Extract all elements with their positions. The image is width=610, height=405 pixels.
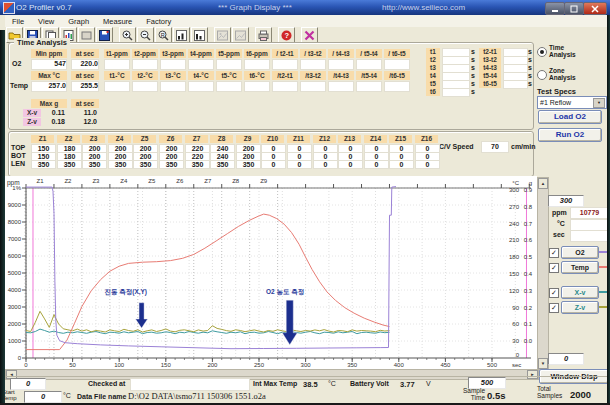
cv-speed-value[interactable]: 70 (481, 141, 509, 153)
window-bottom-value[interactable]: 0 (548, 353, 584, 365)
zv-checkbox[interactable] (549, 303, 559, 313)
window-subtitle: *** Graph Display *** (218, 3, 292, 12)
scroll-right-icon[interactable]: ► (527, 370, 538, 379)
scroll-up-icon[interactable]: ▲ (538, 178, 548, 189)
zone-cell: 350 (57, 160, 82, 169)
save-as-icon[interactable] (96, 27, 113, 43)
print-icon[interactable] (255, 27, 272, 43)
t-unit: s (471, 48, 475, 55)
data-file-value: D:\O2 DATA\tsmo711 150306 1551.o2a (128, 391, 266, 401)
menu-item-graph[interactable]: Graph (61, 17, 96, 26)
chart-canvas[interactable]: Z1Z2Z3Z4Z5Z6Z7Z8Z90100020003000400050006… (5, 176, 537, 369)
run-o2-button[interactable]: Run O2 (538, 128, 602, 142)
svg-text:0.8: 0.8 (524, 204, 533, 210)
series-z-v (26, 311, 390, 332)
temp-t-header: /t6-t5 (384, 71, 410, 80)
zone-cell: 0 (287, 160, 312, 169)
chart-z-icon[interactable] (191, 27, 208, 43)
svg-text:270: 270 (509, 204, 520, 210)
zv-series-button[interactable]: Z-v (561, 301, 599, 314)
erase-icon[interactable] (78, 27, 95, 43)
zoom-in-icon[interactable] (119, 27, 136, 43)
svg-text:진동 측정(X,Y): 진동 측정(X,Y) (104, 288, 147, 296)
temp-t-header: t2-°C (132, 71, 158, 80)
temp-t-field (272, 81, 298, 92)
zone-header: Z16 (415, 135, 438, 143)
o2-t-field (244, 59, 270, 70)
close-button[interactable] (583, 2, 607, 15)
test-specs-label: Test Specs (537, 87, 576, 96)
t-diff-label: t6-t5 (479, 80, 501, 88)
t-label: t1 (426, 48, 440, 56)
t-diff-unit: s (528, 64, 532, 71)
zone-cell: 0 (389, 160, 414, 169)
zone-row-label: BOT (11, 152, 26, 159)
o2-series-button[interactable]: O2 (561, 246, 599, 259)
zone-analysis-radio[interactable] (537, 70, 547, 80)
zoom-out-icon[interactable] (137, 27, 154, 43)
t-label: t2 (426, 56, 440, 64)
zone-header: Z9 (236, 135, 259, 143)
xv-checkbox[interactable] (549, 288, 559, 298)
menu-item-view[interactable]: View (31, 17, 61, 26)
svg-text:8000: 8000 (8, 219, 22, 225)
temp-t-header: t4-°C (188, 71, 214, 80)
app-icon (3, 2, 15, 14)
menu-item-measure[interactable]: Measure (96, 17, 139, 26)
temp-max-value: 257.0 (31, 81, 67, 92)
o2-t-field (188, 59, 214, 70)
image-b-icon[interactable] (232, 27, 249, 43)
exit-icon[interactable] (301, 27, 318, 43)
time-analysis-radio[interactable] (537, 47, 547, 57)
zoom-reset-icon[interactable]: R (155, 27, 172, 43)
svg-text:Z4: Z4 (120, 178, 128, 184)
zone-cell: 0 (261, 160, 286, 169)
load-o2-button[interactable]: Load O2 (538, 110, 602, 124)
window-top-value[interactable]: 300 (548, 195, 584, 207)
test-specs-select[interactable]: #1 Reflow (537, 96, 607, 109)
int-max-temp-label: Int Max Temp (253, 380, 297, 387)
minimize-button[interactable] (545, 2, 565, 15)
temp-checkbox[interactable] (549, 263, 559, 273)
desktop-edge-left (0, 30, 5, 405)
zone-cell: 350 (185, 160, 210, 169)
svg-text:150: 150 (161, 362, 172, 368)
image-a-icon[interactable] (214, 27, 231, 43)
scroll-down-icon[interactable]: ▼ (538, 358, 548, 369)
o2-checkbox[interactable] (549, 248, 559, 258)
zone-header: Z11 (287, 135, 310, 143)
start-temp-value[interactable]: 0 (24, 391, 62, 403)
svg-text:R: R (161, 31, 165, 37)
chevron-down-icon[interactable] (593, 98, 605, 108)
menu-item-factory[interactable]: Factory (139, 17, 178, 26)
svg-text:4000: 4000 (8, 287, 22, 293)
sec-readout-value (570, 230, 609, 242)
temp-series-button[interactable]: Temp (561, 261, 599, 274)
min-ppm-header: Min ppm (31, 49, 67, 58)
zone-cell: 350 (31, 160, 56, 169)
svg-text:Z8: Z8 (232, 178, 240, 184)
title-bar[interactable]: O2 Profiler v0.7 *** Graph Display *** h… (0, 0, 610, 15)
profile-chart[interactable]: Z1Z2Z3Z4Z5Z6Z7Z8Z90100020003000400050006… (5, 176, 537, 369)
zone-cell: 350 (159, 160, 184, 169)
svg-text:180: 180 (509, 254, 520, 260)
checked-at-field[interactable] (130, 378, 250, 391)
svg-text:O2 농도 측정: O2 농도 측정 (266, 288, 304, 296)
help-icon[interactable]: ? (278, 27, 295, 43)
chart-horizontal-scrollbar[interactable]: ◄ ► (5, 369, 539, 380)
temp-row-label: Temp (10, 82, 28, 89)
t-field (442, 88, 470, 97)
maximize-button[interactable] (564, 2, 584, 15)
temp-t-field (384, 81, 410, 92)
o2-t-header: t6-ppm (244, 49, 270, 58)
temp-t-field (356, 81, 382, 92)
t-label: t4 (426, 72, 440, 80)
svg-text:0.5: 0.5 (524, 254, 533, 260)
zone-cell: 350 (133, 160, 158, 169)
svg-text:9000: 9000 (8, 202, 22, 208)
svg-text:0.6: 0.6 (524, 237, 533, 243)
xv-series-button[interactable]: X-v (561, 286, 599, 299)
menu-item-file[interactable]: File (5, 17, 31, 26)
xv-max-value: 0.11 (43, 109, 65, 116)
chart-x-icon[interactable] (173, 27, 190, 43)
